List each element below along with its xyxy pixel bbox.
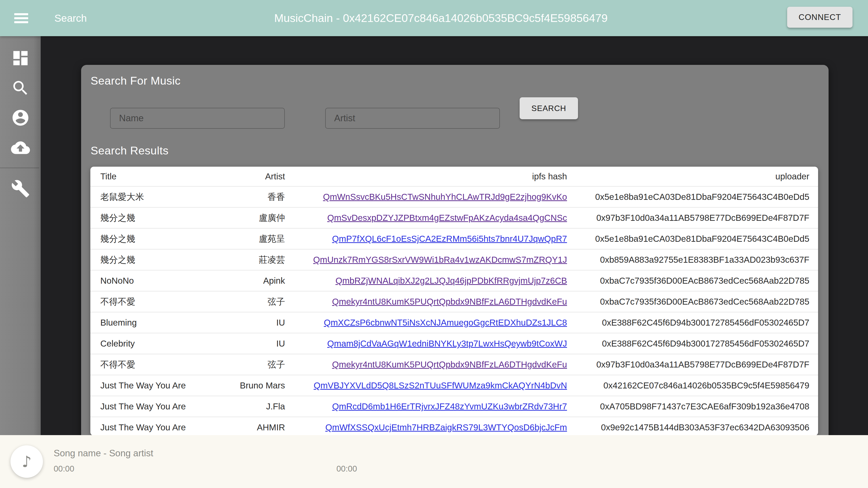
song-artist-cell: Bruno Mars [210, 375, 285, 396]
ipfs-hash-cell: QmbRZjWNALqibXJ2g2LJQJq46jpPDbKfRRgvjmUj… [285, 270, 567, 291]
song-title-cell: Just The Way You Are [90, 417, 210, 435]
song-title-cell: 不得不愛 [90, 354, 210, 375]
ipfs-hash-link[interactable]: QmP7fXQL6cF1oEsSjCA2EzRMm56i5hts7bnr4U7J… [332, 234, 567, 243]
song-title-cell: 幾分之幾 [90, 207, 210, 228]
song-artist-cell: 盧廣仲 [210, 207, 285, 228]
song-artist-cell: Apink [210, 270, 285, 291]
ipfs-hash-cell: Qmekyr4ntU8KumK5PUQrtQpbdx9NBfFzLA6DTHgd… [285, 354, 567, 375]
uploader-cell: 0x97b3F10d0a34a11AB5798E77DcB699EDe4F87D… [567, 207, 818, 228]
album-art-placeholder: ♪ [10, 445, 43, 478]
song-title-cell: Celebrity [90, 333, 210, 354]
song-title-cell: 幾分之幾 [90, 228, 210, 249]
uploader-cell: 0x5e1e8ba91eCA03De81DbaF9204E75643C4B0eD… [567, 186, 818, 207]
ipfs-hash-link[interactable]: Qmekyr4ntU8KumK5PUQrtQpbdx9NBfFzLA6DTHgd… [332, 359, 567, 369]
search-icon[interactable] [11, 78, 30, 98]
column-header-artist: Artist [210, 167, 285, 186]
column-header-uploader: uploader [567, 167, 818, 186]
ipfs-hash-link[interactable]: QmSvDesxpDZYJZPBtxm4gEZstwFpAKzAcyda4sa4… [327, 213, 567, 223]
dashboard-icon[interactable] [11, 48, 30, 68]
column-header-title: Title [90, 167, 210, 186]
total-time: 00:00 [336, 464, 357, 474]
ipfs-hash-link[interactable]: QmRcdD6mb1H6ErTRjvrxJFZ48zYvmUZKu3wbrZRd… [332, 401, 567, 411]
uploader-cell: 0xE388F62C45f6D94b300172785456dF05302465… [567, 312, 818, 333]
song-artist-cell: IU [210, 333, 285, 354]
uploader-cell: 0x42162CE07c846a14026b0535BC9c5f4E598564… [567, 375, 818, 396]
ipfs-hash-link[interactable]: QmUnzk7RmYGS8rSxrVW9Wi1bRa4v1wzAKDcmwS7m… [313, 255, 567, 264]
ipfs-hash-link[interactable]: QmWfXSSQxUcjEtmh7HRBZaigkRS79L3WTYQosD6b… [325, 422, 567, 432]
song-artist-cell: 盧苑呈 [210, 228, 285, 249]
account-icon[interactable] [11, 108, 30, 127]
current-time: 00:00 [54, 464, 74, 474]
table-row: 老鼠愛大米香香QmWnSsvcBKu5HsCTwSNhuhYhCLAwTRJd9… [90, 186, 818, 207]
table-row: 幾分之幾盧廣仲QmSvDesxpDZYJZPBtxm4gEZstwFpAKzAc… [90, 207, 818, 228]
song-title-cell: 不得不愛 [90, 291, 210, 312]
column-header-ipfs-hash: ipfs hash [285, 167, 567, 186]
song-title-cell: 幾分之幾 [90, 249, 210, 270]
uploader-cell: 0x97b3F10d0a34a11AB5798E77DcB699EDe4F87D… [567, 354, 818, 375]
ipfs-hash-link[interactable]: QmVBJYXVLdD5Q8LSzS2nTUuSFfWUMza9kmCkAQYr… [314, 381, 567, 390]
table-row: CelebrityIUQmam8jCdVaAGqW1edniBNYKLy3tp7… [90, 333, 818, 354]
ipfs-hash-cell: QmVBJYXVLdD5Q8LSzS2nTUuSFfWUMza9kmCkAQYr… [285, 375, 567, 396]
results-table: Title Artist ipfs hash uploader 老鼠愛大米香香Q… [90, 167, 818, 435]
uploader-cell: 0x5e1e8ba91eCA03De81DbaF9204E75643C4B0eD… [567, 228, 818, 249]
search-panel: Search For Music SEARCH Search Results T… [81, 65, 829, 488]
song-artist-cell: 弦子 [210, 354, 285, 375]
ipfs-hash-link[interactable]: QmbRZjWNALqibXJ2g2LJQJq46jpPDbKfRRgvjmUj… [335, 276, 567, 285]
song-title-cell: Just The Way You Are [90, 396, 210, 417]
ipfs-hash-cell: QmP7fXQL6cF1oEsSjCA2EzRMm56i5hts7bnr4U7J… [285, 228, 567, 249]
audio-player-bar: ♪ Song name - Song artist 00:00 00:00 0 [0, 435, 868, 488]
uploader-cell: 0xbaC7c7935f36D00EAcB8673edCec568Aab22D7… [567, 270, 818, 291]
ipfs-hash-cell: QmUnzk7RmYGS8rSxrVW9Wi1bRa4v1wzAKDcmwS7m… [285, 249, 567, 270]
table-row: 幾分之幾盧苑呈QmP7fXQL6cF1oEsSjCA2EzRMm56i5hts7… [90, 228, 818, 249]
page-title: Search [54, 12, 87, 24]
ipfs-hash-link[interactable]: QmXCZsP6cbnwNT5iNsXcNJAmuegoGgcRtEDXhuDZ… [324, 318, 567, 327]
table-row: 不得不愛弦子Qmekyr4ntU8KumK5PUQrtQpbdx9NBfFzLA… [90, 354, 818, 375]
app-title: MusicChain - 0x42162CE07c846a14026b0535B… [274, 12, 608, 25]
table-row: 幾分之幾莊凌芸QmUnzk7RmYGS8rSxrVW9Wi1bRa4v1wzAK… [90, 249, 818, 270]
music-note-icon: ♪ [22, 453, 32, 471]
ipfs-hash-cell: Qmam8jCdVaAGqW1edniBNYKLy3tp7LwxHsQeywb9… [285, 333, 567, 354]
table-row: BluemingIUQmXCZsP6cbnwNT5iNsXcNJAmuegoGg… [90, 312, 818, 333]
uploader-cell: 0xbaC7c7935f36D00EAcB8673edCec568Aab22D7… [567, 291, 818, 312]
song-artist-cell: J.Fla [210, 396, 285, 417]
uploader-cell: 0x9e92c1475B144dB303A53F37ec6342DA630935… [567, 417, 818, 435]
table-row: 不得不愛弦子Qmekyr4ntU8KumK5PUQrtQpbdx9NBfFzLA… [90, 291, 818, 312]
search-for-music-heading: Search For Music [91, 74, 181, 87]
sidebar-divider [0, 168, 39, 168]
song-artist-cell: IU [210, 312, 285, 333]
ipfs-hash-link[interactable]: Qmam8jCdVaAGqW1edniBNYKLy3tp7LwxHsQeywb9… [327, 338, 567, 348]
wrench-icon[interactable] [11, 179, 30, 198]
ipfs-hash-cell: QmSvDesxpDZYJZPBtxm4gEZstwFpAKzAcyda4sa4… [285, 207, 567, 228]
now-playing-label: Song name - Song artist [54, 448, 153, 459]
sidebar [0, 36, 41, 435]
name-input[interactable] [110, 108, 285, 129]
song-title-cell: 老鼠愛大米 [90, 186, 210, 207]
table-header-row: Title Artist ipfs hash uploader [90, 167, 818, 186]
ipfs-hash-link[interactable]: Qmekyr4ntU8KumK5PUQrtQpbdx9NBfFzLA6DTHgd… [332, 297, 567, 306]
table-row: Just The Way You AreAHMIRQmWfXSSQxUcjEtm… [90, 417, 818, 435]
ipfs-hash-cell: Qmekyr4ntU8KumK5PUQrtQpbdx9NBfFzLA6DTHgd… [285, 291, 567, 312]
ipfs-hash-cell: QmRcdD6mb1H6ErTRjvrxJFZ48zYvmUZKu3wbrZRd… [285, 396, 567, 417]
connect-button[interactable]: CONNECT [787, 7, 852, 28]
song-title-cell: Just The Way You Are [90, 375, 210, 396]
song-artist-cell: 香香 [210, 186, 285, 207]
ipfs-hash-cell: QmXCZsP6cbnwNT5iNsXcNJAmuegoGgcRtEDXhuDZ… [285, 312, 567, 333]
ipfs-hash-cell: QmWnSsvcBKu5HsCTwSNhuhYhCLAwTRJd9gE2zjho… [285, 186, 567, 207]
top-app-bar: Search MusicChain - 0x42162CE07c846a1402… [0, 0, 868, 36]
song-artist-cell: 莊凌芸 [210, 249, 285, 270]
uploader-cell: 0xA705BD98F71437c7E3CAE6afF309b192a36e47… [567, 396, 818, 417]
uploader-cell: 0xE388F62C45f6D94b300172785456dF05302465… [567, 333, 818, 354]
cloud-upload-icon[interactable] [11, 138, 30, 157]
song-title-cell: NoNoNo [90, 270, 210, 291]
song-title-cell: Blueming [90, 312, 210, 333]
ipfs-hash-cell: QmWfXSSQxUcjEtmh7HRBZaigkRS79L3WTYQosD6b… [285, 417, 567, 435]
table-row: NoNoNoApinkQmbRZjWNALqibXJ2g2LJQJq46jpPD… [90, 270, 818, 291]
search-button[interactable]: SEARCH [520, 97, 578, 119]
results-table-body: 老鼠愛大米香香QmWnSsvcBKu5HsCTwSNhuhYhCLAwTRJd9… [90, 186, 818, 435]
song-artist-cell: AHMIR [210, 417, 285, 435]
artist-input[interactable] [325, 108, 500, 129]
uploader-cell: 0xb859A883a92755e1E8383BF1a33AD023b93c63… [567, 249, 818, 270]
menu-icon[interactable] [14, 11, 28, 25]
ipfs-hash-link[interactable]: QmWnSsvcBKu5HsCTwSNhuhYhCLAwTRJd9gE2zjho… [323, 192, 567, 202]
table-row: Just The Way You AreJ.FlaQmRcdD6mb1H6ErT… [90, 396, 818, 417]
